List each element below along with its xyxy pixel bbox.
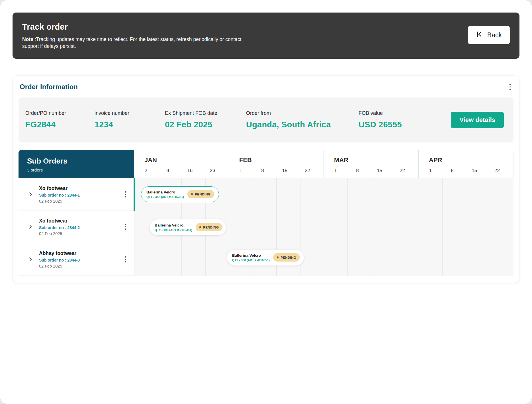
view-details-button[interactable]: View details bbox=[451, 112, 504, 128]
status-dot bbox=[191, 193, 193, 195]
suborder-name: Abhay footwear bbox=[39, 250, 80, 256]
field-value: FG2844 bbox=[25, 120, 95, 129]
bar-qty: QTY - 360 (ART # 4116351) bbox=[232, 258, 270, 262]
day-tick: 22 bbox=[305, 168, 310, 174]
suborder-name: Xo footwear bbox=[39, 185, 80, 191]
suborders-panel-header: Sub Orders 3 orders bbox=[19, 150, 134, 178]
timeline-months-header: JAN 2 9 16 23 FEB 1 8 15 22 MAR 1 8 bbox=[134, 150, 513, 178]
skip-back-icon bbox=[476, 31, 483, 39]
chevron-right-icon[interactable] bbox=[28, 191, 33, 197]
day-tick: 1 bbox=[429, 168, 432, 174]
status-label: PENDING bbox=[203, 226, 219, 229]
suborder-date: 02 Feb 2025 bbox=[39, 231, 80, 236]
month-label: MAR bbox=[334, 156, 348, 164]
suborder-date: 02 Feb 2025 bbox=[39, 199, 80, 203]
back-button[interactable]: Back bbox=[468, 26, 510, 44]
suborders-gantt: Sub Orders 3 orders JAN 2 9 16 23 FEB 1 … bbox=[19, 150, 513, 276]
suborders-count: 3 orders bbox=[27, 168, 134, 172]
field-label: invoice number bbox=[95, 110, 165, 116]
gantt-bar-3[interactable]: Ballerina Velcro QTY - 360 (ART # 411635… bbox=[227, 250, 304, 266]
day-tick: 22 bbox=[400, 168, 405, 174]
suborder-date: 02 Feb 2025 bbox=[39, 264, 80, 268]
month-label: APR bbox=[429, 156, 442, 164]
status-label: PENDING bbox=[281, 256, 296, 259]
note-text: :Tracking updates may take time to refle… bbox=[22, 36, 242, 49]
bar-product-name: Ballerina Velcro bbox=[155, 223, 192, 227]
row-kebab-menu-icon[interactable] bbox=[123, 254, 128, 264]
day-tick: 15 bbox=[377, 168, 382, 174]
suborder-number[interactable]: Sub order no : 2844-3 bbox=[39, 258, 80, 262]
track-order-header: Track order Note :Tracking updates may t… bbox=[13, 13, 519, 59]
field-label: Order/PO number bbox=[25, 110, 95, 116]
day-tick: 16 bbox=[187, 168, 193, 174]
suborder-number[interactable]: Sub order no : 2844-1 bbox=[39, 193, 80, 197]
day-tick: 15 bbox=[472, 168, 477, 174]
month-apr: APR 1 8 15 22 bbox=[419, 150, 513, 178]
bar-qty: QTY - 342 (ART # 3116351) bbox=[146, 195, 184, 199]
order-po-field: Order/PO number FG2844 bbox=[25, 110, 95, 129]
fob-value-field: FOB value USD 26555 bbox=[359, 110, 444, 129]
suborder-number[interactable]: Sub order no : 2844-2 bbox=[39, 225, 80, 230]
page: Track order Note :Tracking updates may t… bbox=[0, 0, 532, 404]
day-tick: 22 bbox=[494, 168, 500, 174]
day-tick: 8 bbox=[356, 168, 359, 174]
row-kebab-menu-icon[interactable] bbox=[123, 222, 128, 232]
status-dot bbox=[277, 256, 279, 258]
gantt-bar-1[interactable]: Ballerina Velcro QTY - 342 (ART # 311635… bbox=[141, 186, 219, 202]
suborder-row-2[interactable]: Xo footwear Sub order no : 2844-2 02 Feb… bbox=[19, 211, 134, 243]
field-value: USD 26555 bbox=[359, 120, 444, 129]
gantt-bar-2[interactable]: Ballerina Velcro QTY - 198 (ART # 211635… bbox=[150, 219, 226, 235]
field-value: Uganda, South Africa bbox=[246, 120, 359, 129]
order-information-title: Order Information bbox=[20, 83, 78, 91]
order-from-field: Order from Uganda, South Africa bbox=[246, 110, 359, 129]
status-badge-pending: PENDING bbox=[187, 190, 214, 198]
day-tick: 8 bbox=[261, 168, 264, 174]
bar-product-name: Ballerina Velcro bbox=[232, 253, 270, 258]
field-value: 02 Feb 2025 bbox=[165, 120, 246, 129]
suborder-row-1[interactable]: Xo footwear Sub order no : 2844-1 02 Feb… bbox=[19, 178, 134, 211]
status-dot bbox=[199, 226, 201, 228]
card-kebab-menu-icon[interactable] bbox=[508, 82, 513, 92]
active-row-indicator bbox=[134, 178, 135, 211]
row-kebab-menu-icon[interactable] bbox=[123, 189, 128, 199]
field-value: 1234 bbox=[95, 120, 165, 129]
fob-date-field: Ex Shipment FOB date 02 Feb 2025 bbox=[165, 110, 246, 129]
field-label: FOB value bbox=[359, 110, 444, 116]
suborder-name: Xo footwear bbox=[39, 218, 80, 224]
status-badge-pending: PENDING bbox=[196, 223, 223, 231]
note-label: Note bbox=[22, 36, 33, 42]
order-information-card: Order Information Order/PO number FG2844… bbox=[13, 76, 519, 283]
status-label: PENDING bbox=[195, 193, 210, 196]
field-label: Ex Shipment FOB date bbox=[165, 110, 246, 116]
suborders-list: Xo footwear Sub order no : 2844-1 02 Feb… bbox=[19, 178, 134, 276]
field-label: Order from bbox=[246, 110, 359, 116]
order-summary-bar: Order/PO number FG2844 invoice number 12… bbox=[19, 97, 513, 142]
day-tick: 8 bbox=[451, 168, 453, 174]
day-tick: 1 bbox=[334, 168, 337, 174]
bar-product-name: Ballerina Velcro bbox=[146, 190, 184, 194]
month-jan: JAN 2 9 16 23 bbox=[134, 150, 229, 178]
month-label: JAN bbox=[144, 156, 157, 164]
month-mar: MAR 1 8 15 22 bbox=[324, 150, 419, 178]
suborders-title: Sub Orders bbox=[27, 157, 134, 166]
status-badge-pending: PENDING bbox=[273, 253, 300, 262]
day-tick: 9 bbox=[166, 168, 169, 174]
day-tick: 15 bbox=[282, 168, 287, 174]
suborder-row-3[interactable]: Abhay footwear Sub order no : 2844-3 02 … bbox=[19, 243, 134, 276]
month-feb: FEB 1 8 15 22 bbox=[229, 150, 324, 178]
invoice-number-field: invoice number 1234 bbox=[95, 110, 165, 129]
chevron-right-icon[interactable] bbox=[28, 224, 33, 230]
day-tick: 23 bbox=[210, 168, 215, 174]
month-label: FEB bbox=[239, 156, 252, 164]
day-tick: 1 bbox=[240, 168, 242, 174]
bar-qty: QTY - 198 (ART # 2116351) bbox=[155, 228, 192, 232]
back-label: Back bbox=[487, 31, 502, 39]
day-tick: 2 bbox=[145, 168, 147, 174]
page-title: Track order bbox=[22, 22, 510, 32]
chevron-right-icon[interactable] bbox=[28, 256, 33, 262]
tracking-note: Note :Tracking updates may take time to … bbox=[22, 36, 244, 50]
timeline-body: Ballerina Velcro QTY - 342 (ART # 311635… bbox=[134, 178, 513, 276]
